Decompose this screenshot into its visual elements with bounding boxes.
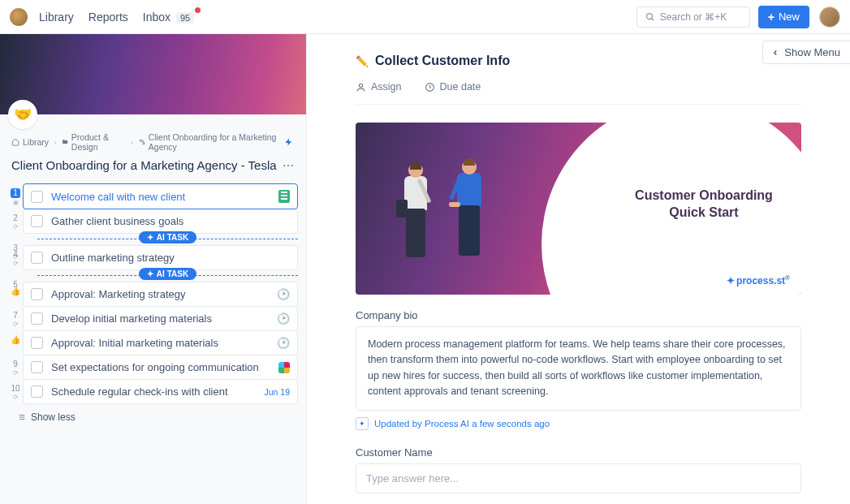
task-row[interactable]: Approval: Marketing strategy🕑 bbox=[23, 282, 298, 307]
more-options-button[interactable]: ⋯ bbox=[283, 159, 295, 172]
home-icon bbox=[11, 138, 19, 146]
workflow-title: Client Onboarding for a Marketing Agency… bbox=[11, 158, 283, 172]
task-number: 1 bbox=[11, 188, 20, 198]
bio-label: Company bio bbox=[356, 309, 801, 321]
nav-inbox-label: Inbox bbox=[143, 11, 170, 24]
workflow-emoji-icon: 🤝 bbox=[8, 100, 37, 129]
task-row[interactable]: Gather client business goals bbox=[23, 209, 298, 234]
ai-task-pill: ✦AI TASK bbox=[139, 268, 196, 280]
task-checkbox[interactable] bbox=[31, 386, 43, 398]
task-number: 7 bbox=[13, 311, 18, 320]
chevron-right-icon: › bbox=[131, 137, 134, 147]
show-menu-button[interactable]: Show Menu bbox=[762, 41, 850, 64]
content-panel: ✏️ Collect Customer Info Assign Due date bbox=[307, 34, 850, 504]
chevron-right-icon: › bbox=[54, 137, 57, 147]
task-sub-icon: ⟳ bbox=[13, 260, 19, 267]
task-label: Outline marketing strategy bbox=[51, 252, 290, 264]
task-number: 9 bbox=[13, 360, 18, 368]
task-row[interactable]: Schedule regular check-ins with clientJu… bbox=[23, 379, 298, 404]
ai-task-pill: ✦AI TASK bbox=[139, 231, 196, 243]
breadcrumb-root[interactable]: Library bbox=[11, 137, 49, 147]
nav-reports[interactable]: Reports bbox=[88, 11, 128, 24]
due-date-button[interactable]: Due date bbox=[425, 81, 481, 93]
new-button[interactable]: + New bbox=[758, 6, 809, 28]
task-row[interactable]: Outline marketing strategy bbox=[23, 245, 298, 270]
automation-bolt-icon[interactable] bbox=[284, 136, 295, 148]
approval-icon: 👍 bbox=[11, 286, 20, 295]
task-label: Welcome call with new client bbox=[51, 191, 278, 203]
banner-image: Customer Onboarding Quick Start ✦process… bbox=[356, 123, 801, 295]
notification-dot-icon bbox=[195, 7, 201, 13]
search-icon bbox=[645, 12, 655, 22]
sparkle-icon: ✦ bbox=[147, 269, 153, 278]
updated-info: ✦ Updated by Process AI a few seconds ag… bbox=[356, 417, 801, 430]
approval-icon: 👍 bbox=[11, 335, 20, 344]
page-emoji-icon: ✏️ bbox=[356, 55, 369, 67]
task-number: 4 bbox=[13, 250, 18, 259]
search-input[interactable]: Search or ⌘+K bbox=[636, 6, 750, 28]
task-label: Develop initial marketing materials bbox=[51, 312, 277, 325]
nav-inbox[interactable]: Inbox 95 bbox=[143, 11, 194, 24]
assign-button[interactable]: Assign bbox=[356, 81, 402, 93]
task-checkbox[interactable] bbox=[31, 288, 43, 300]
search-placeholder: Search or ⌘+K bbox=[660, 11, 727, 23]
task-row[interactable]: Develop initial marketing materials🕑 bbox=[23, 306, 298, 331]
task-row[interactable]: Approval: Initial marketing materials🕑 bbox=[23, 330, 298, 355]
clock-icon: 🕑 bbox=[277, 288, 290, 300]
svg-line-1 bbox=[651, 18, 654, 20]
task-label: Set expectations for ongoing communicati… bbox=[51, 361, 278, 373]
task-sub-icon: ◉ bbox=[13, 199, 19, 206]
banner-title: Customer Onboarding Quick Start bbox=[631, 187, 777, 222]
top-nav: Library Reports Inbox 95 Search or ⌘+K +… bbox=[0, 0, 850, 34]
show-less-button[interactable]: Show less bbox=[0, 403, 306, 431]
list-icon bbox=[18, 413, 26, 421]
task-checkbox[interactable] bbox=[31, 252, 43, 264]
show-menu-label: Show Menu bbox=[784, 46, 840, 58]
form-icon bbox=[278, 190, 290, 203]
workflow-icon bbox=[139, 138, 145, 146]
gear-icon: ✦ bbox=[727, 275, 735, 286]
plus-icon: + bbox=[768, 11, 774, 24]
inbox-count-badge: 95 bbox=[176, 12, 194, 24]
task-checkbox[interactable] bbox=[31, 215, 43, 227]
customer-name-input[interactable] bbox=[356, 463, 801, 493]
task-checkbox[interactable] bbox=[31, 312, 43, 325]
page-title: Collect Customer Info bbox=[375, 54, 510, 68]
workflow-hero: 🤝 bbox=[0, 34, 306, 114]
breadcrumbs: Library › Product & Design › Client Onbo… bbox=[0, 114, 306, 152]
nav-library[interactable]: Library bbox=[39, 11, 74, 24]
show-less-label: Show less bbox=[31, 411, 76, 423]
task-checkbox[interactable] bbox=[31, 361, 43, 373]
task-row[interactable]: Welcome call with new client bbox=[23, 183, 298, 209]
task-sub-icon: ⟳ bbox=[13, 223, 19, 230]
bio-text[interactable]: Modern process management platform for t… bbox=[356, 326, 801, 411]
ai-task-divider[interactable]: ✦AI TASK bbox=[37, 239, 298, 239]
task-checkbox[interactable] bbox=[31, 337, 43, 349]
user-icon bbox=[356, 82, 366, 93]
task-sub-icon: ⟳ bbox=[13, 321, 19, 328]
task-sub-icon: ⟳ bbox=[13, 394, 19, 401]
new-button-label: New bbox=[779, 11, 800, 23]
task-sub-icon: ⟳ bbox=[13, 369, 19, 377]
task-label: Approval: Initial marketing materials bbox=[51, 337, 277, 349]
user-avatar[interactable] bbox=[819, 6, 840, 28]
ai-task-divider[interactable]: ✦AI TASK bbox=[37, 275, 298, 276]
breadcrumb-workflow[interactable]: Client Onboarding for a Marketing Agency bbox=[139, 132, 279, 152]
slack-icon bbox=[278, 362, 290, 373]
left-panel: 🤝 Library › Product & Design › Client On… bbox=[0, 34, 307, 504]
chevron-left-icon bbox=[771, 49, 779, 57]
breadcrumb-folder[interactable]: Product & Design bbox=[62, 132, 126, 152]
task-number: 2 bbox=[13, 213, 18, 222]
customer-name-label: Customer Name bbox=[356, 446, 801, 459]
task-list: 1◉Welcome call with new client2⟳Gather c… bbox=[0, 183, 306, 403]
task-checkbox[interactable] bbox=[31, 191, 43, 203]
svg-rect-2 bbox=[140, 140, 141, 141]
svg-point-9 bbox=[359, 84, 362, 87]
task-row[interactable]: Set expectations for ongoing communicati… bbox=[23, 355, 298, 380]
sparkle-icon: ✦ bbox=[147, 233, 153, 242]
ai-icon: ✦ bbox=[356, 417, 369, 430]
app-logo[interactable] bbox=[10, 8, 28, 26]
folder-icon bbox=[62, 138, 68, 146]
clock-icon: 🕑 bbox=[277, 337, 290, 349]
task-label: Approval: Marketing strategy bbox=[51, 288, 277, 300]
